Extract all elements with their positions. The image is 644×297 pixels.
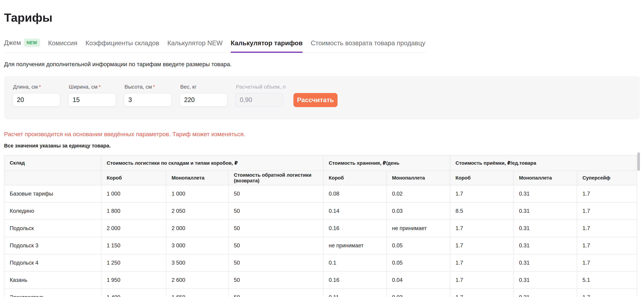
value-cell: 2 000 (166, 220, 228, 237)
value-cell: 0.1 (323, 254, 386, 272)
value-cell: 8.5 (450, 202, 514, 220)
value-cell: 0.31 (514, 185, 577, 202)
sub-header-cell: Короб (450, 171, 514, 185)
value-cell: 50 (228, 220, 323, 237)
required-asterisk: * (39, 84, 41, 90)
value-cell: 0.08 (323, 185, 386, 202)
group-header-cell: Стоимость приёмки, ₽/ед.товара (450, 155, 637, 171)
sub-header-cell: Монопаллета (386, 171, 450, 185)
value-cell: 1.7 (577, 254, 637, 272)
sub-header-cell: Монопаллета (166, 171, 228, 185)
value-cell: 1 150 (101, 237, 166, 254)
value-cell: не принимает (386, 220, 450, 237)
tab-warehouse-coefficients[interactable]: Коэффициенты складов (86, 39, 159, 52)
sub-header-cell: Суперсейф (577, 171, 637, 185)
tab-label: Калькулятор тарифов (231, 39, 302, 47)
width-field-input[interactable] (68, 93, 116, 107)
value-cell: 1 000 (166, 185, 228, 202)
tab-label: Стоимость возврата товара продавцу (311, 39, 425, 47)
warning-text: Расчет производится на основании введённ… (4, 131, 644, 138)
table-head: СкладСтоимость логистики по складам и ти… (4, 155, 637, 185)
calculate-button[interactable]: Рассчитать (294, 93, 338, 107)
height-field-input[interactable] (124, 93, 172, 107)
value-cell: 0.05 (386, 254, 450, 272)
warehouse-name-cell: Коледино (4, 202, 101, 220)
width-field: Ширина, см* (68, 84, 116, 107)
value-cell: 1 250 (101, 254, 166, 272)
value-cell: 1 650 (166, 289, 228, 297)
value-cell: 1 000 (101, 185, 166, 202)
calculated-volume-field-input (235, 93, 283, 107)
tab-calculator-new[interactable]: Калькулятор NEW (167, 39, 222, 52)
table-row: Электросталь1 4001 650500.110.031.70.311… (4, 289, 637, 297)
value-cell: 1.7 (577, 237, 637, 254)
value-cell: 1.7 (450, 289, 514, 297)
field-label: Длина, см* (12, 84, 60, 90)
value-cell: 1.7 (450, 272, 514, 289)
new-badge: NEW (24, 38, 40, 47)
value-cell: 50 (228, 185, 323, 202)
group-header-cell: Склад (4, 155, 101, 171)
value-cell: 1 400 (101, 289, 166, 297)
tab-commission[interactable]: Комиссия (48, 39, 78, 52)
value-cell: 0.16 (323, 272, 386, 289)
table-row: Базовые тарифы1 0001 000500.080.021.70.3… (4, 185, 637, 202)
calculated-volume-field: Расчетный объем, л (235, 84, 286, 107)
sub-header-cell: Короб (101, 171, 166, 185)
value-cell: 50 (228, 254, 323, 272)
value-cell: 0.02 (386, 185, 450, 202)
intro-text: Для получения дополнительной информации … (4, 61, 644, 68)
group-header-cell: Стоимость хранения, ₽/день (323, 155, 450, 171)
tabs-bar: ДжемNEWКомиссияКоэффициенты складовКальк… (4, 38, 425, 53)
value-cell: 0.31 (514, 272, 577, 289)
field-label: Высота, см* (124, 84, 172, 90)
sub-header-cell: Стоимость обратной логистики (возврата) (228, 171, 323, 185)
value-cell: 0.31 (514, 237, 577, 254)
tariffs-page: Тарифы ДжемNEWКомиссияКоэффициенты склад… (0, 0, 644, 297)
tab-label: Калькулятор NEW (167, 39, 222, 47)
group-header-cell: Стоимость логистики по складам и типам к… (101, 155, 323, 171)
value-cell: 0.31 (514, 289, 577, 297)
tab-tariff-calculator[interactable]: Калькулятор тарифов (231, 39, 302, 52)
value-cell: 1.7 (450, 237, 514, 254)
tab-jam[interactable]: ДжемNEW (4, 38, 40, 52)
tariff-table: СкладСтоимость логистики по складам и ти… (4, 155, 637, 297)
calculator-panel: Длина, см*Ширина, см*Высота, см*Вес, кгР… (4, 76, 640, 119)
value-cell: 0.31 (514, 254, 577, 272)
page-title: Тарифы (4, 11, 644, 24)
tab-seller-return-cost[interactable]: Стоимость возврата товара продавцу (311, 39, 425, 52)
value-cell: 50 (228, 272, 323, 289)
tab-label: Джем (4, 39, 21, 46)
table-row: Казань1 9502 600500.160.041.70.315.1 (4, 272, 637, 289)
value-cell: 0.03 (386, 289, 450, 297)
weight-field: Вес, кг (180, 84, 228, 107)
value-cell: 2 000 (101, 220, 166, 237)
value-cell: 1.7 (577, 220, 637, 237)
field-label: Ширина, см* (68, 84, 116, 90)
table-row: Подольск2 0002 000500.16не принимает1.70… (4, 220, 637, 237)
sub-header-cell (4, 171, 101, 185)
table-row: Коледино1 8002 050500.140.038.50.311.7 (4, 202, 637, 220)
required-asterisk: * (98, 84, 101, 90)
value-cell: 50 (228, 202, 323, 220)
value-cell: 1.7 (450, 254, 514, 272)
field-label: Вес, кг (180, 84, 228, 90)
value-cell: 1.7 (577, 289, 637, 297)
height-field: Высота, см* (124, 84, 172, 107)
value-cell: 3 000 (166, 237, 228, 254)
value-cell: 0.11 (323, 289, 386, 297)
value-cell: 1 800 (101, 202, 166, 220)
value-cell: 1.7 (450, 220, 514, 237)
value-cell: 5.1 (577, 272, 637, 289)
value-cell: 1.7 (577, 185, 637, 202)
value-cell: 0.16 (323, 220, 386, 237)
length-field: Длина, см* (12, 84, 60, 107)
length-field-input[interactable] (12, 93, 60, 107)
value-cell: 1 950 (101, 272, 166, 289)
field-label: Расчетный объем, л (235, 84, 286, 90)
value-cell: 0.31 (514, 220, 577, 237)
table-row: Подольск 41 2503 500500.10.051.70.311.7 (4, 254, 637, 272)
weight-field-input[interactable] (180, 93, 228, 107)
vertical-scrollbar-thumb[interactable] (637, 152, 640, 171)
value-cell: 0.14 (323, 202, 386, 220)
